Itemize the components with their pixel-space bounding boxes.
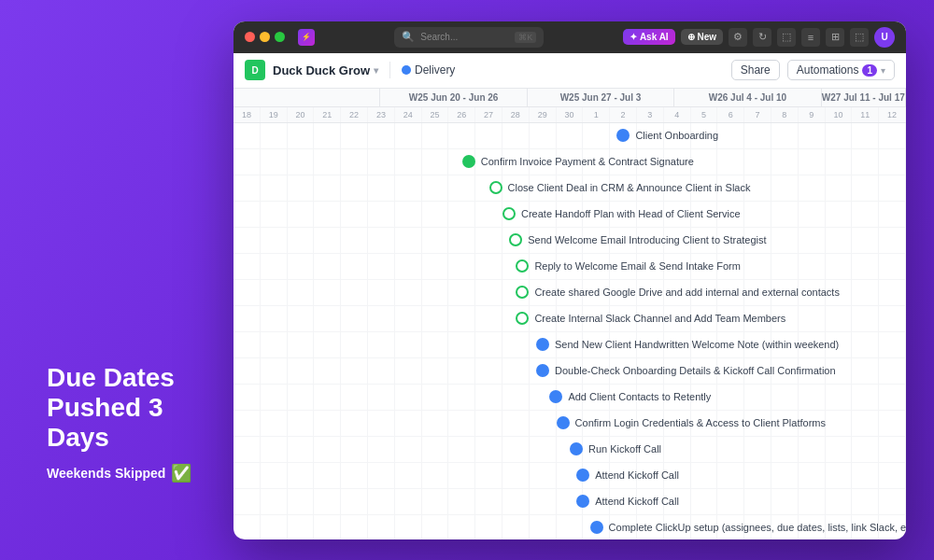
task-label: Client Onboarding <box>635 130 718 141</box>
table-row[interactable]: Run Kickoff Call <box>234 437 906 463</box>
due-dates-title: Due Dates Pushed 3 Days <box>47 363 215 454</box>
table-row[interactable]: Confirm Invoice Payment & Contract Signa… <box>234 149 906 175</box>
day-cell-header: 4 <box>664 107 691 122</box>
task-label: Attend Kickoff Call <box>595 496 679 507</box>
task-label: Attend Kickoff Call <box>595 469 679 481</box>
table-row[interactable]: Attend Kickoff Call <box>234 489 906 515</box>
table-row[interactable]: Add Client Contacts to Retently <box>234 385 906 411</box>
table-row[interactable]: Confirm Login Credentials & Access to Cl… <box>234 411 906 437</box>
task-label: Send Welcome Email Introducing Client to… <box>528 234 766 245</box>
title-bar: ⚡ 🔍 Search... ⌘K ✦ Ask AI ⊕ New ⚙ ↻ ⬚ ≡ … <box>234 21 906 53</box>
week-label: W25 Jun 20 - Jun 26 <box>380 89 527 106</box>
week-label <box>234 89 380 106</box>
day-cell-header: 7 <box>744 107 771 122</box>
day-cell-header: 30 <box>557 107 584 122</box>
task-dot <box>576 495 589 508</box>
day-cell-header: 22 <box>341 107 368 122</box>
check-icon: ✅ <box>171 463 191 483</box>
table-row[interactable]: Create Handoff Plan with Head of Client … <box>234 202 906 228</box>
day-cell-header: 2 <box>610 107 637 122</box>
shortcut-label: ⌘K <box>515 32 536 43</box>
share-button[interactable]: Share <box>731 60 780 80</box>
task-dot <box>590 521 603 534</box>
table-row[interactable]: Close Client Deal in CRM & Announce Clie… <box>234 175 906 202</box>
day-cell-header: 11 <box>852 107 879 122</box>
app-logo: ⚡ <box>298 29 315 46</box>
app-window: ⚡ 🔍 Search... ⌘K ✦ Ask AI ⊕ New ⚙ ↻ ⬚ ≡ … <box>234 21 906 539</box>
weekends-label: Weekends Skipped <box>47 466 165 481</box>
task-dot <box>462 155 475 168</box>
day-cell-header: 9 <box>799 107 826 122</box>
task-label: Run Kickoff Call <box>588 443 661 455</box>
share-icon[interactable]: ⬚ <box>850 28 869 47</box>
table-row[interactable]: Send New Client Handwritten Welcome Note… <box>234 332 906 358</box>
task-label: Confirm Invoice Payment & Contract Signa… <box>481 156 694 167</box>
delivery-dot <box>402 65 411 75</box>
day-cell-header: 18 <box>234 107 261 122</box>
day-cell-header: 26 <box>448 107 475 122</box>
maximize-button[interactable] <box>275 32 285 42</box>
week-label: W26 Jul 4 - Jul 10 <box>674 89 821 106</box>
task-label: Add Client Contacts to Retently <box>568 391 711 402</box>
week-header: W25 Jun 20 - Jun 26W25 Jun 27 - Jul 3W26… <box>234 89 906 107</box>
search-icon: 🔍 <box>402 31 415 43</box>
gantt-body[interactable]: Client OnboardingConfirm Invoice Payment… <box>234 123 906 539</box>
day-cell-header: 6 <box>717 107 744 122</box>
left-panel: Due Dates Pushed 3 Days Weekends Skipped… <box>28 21 234 539</box>
day-cell-header: 5 <box>691 107 718 122</box>
table-row[interactable]: Reply to Welcome Email & Send Intake For… <box>234 254 906 280</box>
grid-icon[interactable]: ⊞ <box>826 28 844 47</box>
table-row[interactable]: Attend Kickoff Call <box>234 463 906 489</box>
search-box[interactable]: 🔍 Search... ⌘K <box>394 27 544 48</box>
layout-icon[interactable]: ⬚ <box>777 28 796 47</box>
chevron-icon: ▾ <box>881 65 885 76</box>
task-dot <box>536 364 549 377</box>
table-row[interactable]: Double-Check Onboarding Details & Kickof… <box>234 358 906 385</box>
automations-label: Automations <box>797 63 859 77</box>
task-dot <box>557 416 570 429</box>
task-label: Send New Client Handwritten Welcome Note… <box>555 339 839 350</box>
weekends-row: Weekends Skipped ✅ <box>47 463 215 483</box>
task-dot <box>576 469 589 482</box>
task-dot <box>536 338 549 351</box>
table-row[interactable]: Complete ClickUp setup (assignees, due d… <box>234 515 906 539</box>
task-dot <box>616 129 630 142</box>
table-row[interactable]: Send Welcome Email Introducing Client to… <box>234 228 906 254</box>
minimize-button[interactable] <box>260 32 270 42</box>
day-header-row: 1819202122232425262728293012345678910111… <box>234 107 906 123</box>
day-cell-header: 20 <box>288 107 315 122</box>
workspace-name[interactable]: Duck Duck Grow ▾ <box>273 63 378 77</box>
day-cell-header: 3 <box>637 107 664 122</box>
day-cell-header: 12 <box>879 107 906 122</box>
caret-icon: ▾ <box>374 65 378 76</box>
avatar[interactable]: U <box>874 27 895 48</box>
day-cell-header: 23 <box>368 107 395 122</box>
task-dot <box>516 312 529 325</box>
new-button[interactable]: ⊕ New <box>681 29 723 45</box>
day-cell-header: 1 <box>583 107 610 122</box>
task-label: Double-Check Onboarding Details & Kickof… <box>555 365 836 376</box>
automations-button[interactable]: Automations 1 ▾ <box>787 60 895 80</box>
task-dot <box>489 181 502 194</box>
automations-badge: 1 <box>862 64 877 77</box>
day-cell-header: 19 <box>261 107 288 122</box>
task-dot <box>502 207 516 220</box>
delivery-tag[interactable]: Delivery <box>402 63 455 77</box>
divider <box>389 62 390 78</box>
day-cell-header: 27 <box>475 107 502 122</box>
task-dot <box>516 286 529 299</box>
task-dot <box>509 233 522 246</box>
week-label: W25 Jun 27 - Jul 3 <box>528 89 674 106</box>
ask-ai-button[interactable]: ✦ Ask AI <box>623 29 674 45</box>
settings-icon[interactable]: ⚙ <box>729 28 747 47</box>
table-row[interactable]: Client Onboarding <box>234 123 906 149</box>
close-button[interactable] <box>245 32 255 42</box>
menu-icon[interactable]: ≡ <box>801 28 820 47</box>
day-cell-header: 8 <box>771 107 799 122</box>
task-dot <box>516 259 529 273</box>
task-label: Confirm Login Credentials & Access to Cl… <box>575 417 826 428</box>
table-row[interactable]: Create shared Google Drive and add inter… <box>234 280 906 306</box>
table-row[interactable]: Create Internal Slack Channel and Add Te… <box>234 306 906 332</box>
refresh-icon[interactable]: ↻ <box>753 28 771 47</box>
day-cell-header: 21 <box>314 107 341 122</box>
